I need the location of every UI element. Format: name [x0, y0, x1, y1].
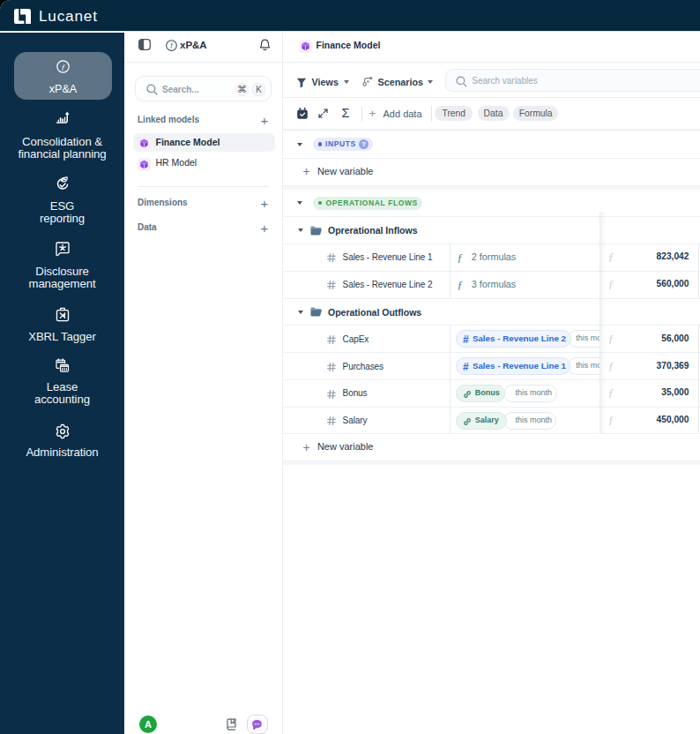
svg-text:ƒ: ƒ — [62, 63, 66, 71]
svg-text:ƒ: ƒ — [170, 41, 174, 49]
